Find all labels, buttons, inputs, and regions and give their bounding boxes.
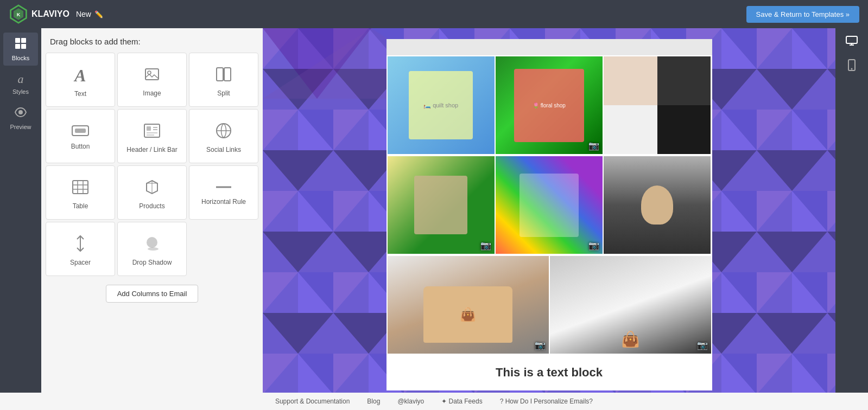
sidebar-item-preview[interactable]: Preview <box>3 101 38 134</box>
right-panel <box>835 28 868 410</box>
blocks-panel-header: Drag blocks to add them: <box>41 28 263 53</box>
logo: K KLAVIYO <box>9 4 69 24</box>
products-block-label: Products <box>139 202 164 210</box>
button-block-label: Button <box>71 143 90 150</box>
block-drop-shadow[interactable]: Drop Shadow <box>117 222 187 276</box>
document-name-area: New ✏️ <box>76 10 103 18</box>
social-block-icon <box>215 122 232 142</box>
sidebar-item-styles[interactable]: a Styles <box>3 68 38 99</box>
document-name: New <box>76 10 91 18</box>
styles-label: Styles <box>12 88 29 95</box>
photo-grid-row1: 🛏️ quilt shop 🌷 floral shop 📷 <box>387 55 712 155</box>
shadow-block-icon <box>143 235 161 254</box>
svg-rect-22 <box>73 181 88 194</box>
svg-rect-5 <box>15 44 20 49</box>
svg-text:K: K <box>17 12 21 17</box>
products-block-icon <box>143 178 161 198</box>
block-horizontal-rule[interactable]: Horizontal Rule <box>189 165 258 220</box>
icon-sidebar: Blocks a Styles Preview <box>0 28 41 410</box>
main-content: Blocks a Styles Preview Drag blocks to a… <box>0 28 868 410</box>
photo-cell-2: 🌷 floral shop 📷 <box>496 56 603 154</box>
blocks-label: Blocks <box>12 55 29 61</box>
email-preview: 🛏️ quilt shop 🌷 floral shop 📷 <box>387 39 712 390</box>
preview-label: Preview <box>10 124 31 130</box>
block-text[interactable]: A Text <box>46 53 115 107</box>
mobile-view-button[interactable] <box>845 56 859 77</box>
hr-block-label: Horizontal Rule <box>201 198 246 206</box>
svg-rect-8 <box>145 69 159 80</box>
svg-rect-6 <box>21 44 26 49</box>
instagram-icon-5: 📷 <box>588 240 599 251</box>
instagram-icon-8: 📷 <box>697 340 708 350</box>
photo-cell-6 <box>604 156 711 254</box>
brand-name: KLAVIYO <box>31 9 69 19</box>
svg-rect-4 <box>21 38 26 43</box>
svg-point-32 <box>147 237 157 248</box>
svg-rect-3 <box>15 38 20 43</box>
block-spacer[interactable]: Spacer <box>46 222 115 276</box>
email-header-strip <box>387 39 712 55</box>
svg-rect-15 <box>147 126 151 131</box>
svg-point-7 <box>18 110 23 114</box>
photo-cell-8: 👜 📷 <box>550 256 711 354</box>
svg-rect-13 <box>75 129 86 133</box>
instagram-icon-7: 📷 <box>535 340 546 350</box>
text-block-label: Text <box>74 90 86 98</box>
svg-rect-11 <box>224 68 231 81</box>
instagram-icon-2: 📷 <box>588 140 599 151</box>
image-block-label: Image <box>143 89 161 97</box>
svg-rect-10 <box>217 68 223 81</box>
block-header-link-bar[interactable]: Header / Link Bar <box>117 109 187 163</box>
spacer-block-label: Spacer <box>70 259 91 266</box>
blocks-panel: Drag blocks to add them: A Text Image <box>41 28 263 410</box>
desktop-view-button[interactable] <box>842 33 861 52</box>
svg-rect-42 <box>846 36 857 43</box>
save-return-button[interactable]: Save & Return to Templates » <box>746 6 859 23</box>
top-bar: K KLAVIYO New ✏️ Save & Return to Templa… <box>0 0 868 28</box>
text-block-preview: This is a text block <box>387 355 712 390</box>
edit-icon[interactable]: ✏️ <box>94 10 103 18</box>
split-block-label: Split <box>217 89 230 97</box>
block-social-links[interactable]: Social Links <box>189 109 258 163</box>
table-block-icon <box>72 178 89 198</box>
styles-icon: a <box>18 72 24 86</box>
photo-grid-row2: 📷 📷 <box>387 155 712 255</box>
block-image[interactable]: Image <box>117 53 187 107</box>
svg-point-47 <box>851 68 853 70</box>
add-columns-button[interactable]: Add Columns to Email <box>106 285 199 303</box>
sidebar-item-blocks[interactable]: Blocks <box>3 33 38 66</box>
header-block-icon <box>143 122 161 142</box>
block-button[interactable]: Button <box>46 109 115 163</box>
text-block-icon: A <box>74 66 86 86</box>
preview-icon <box>14 106 27 121</box>
text-block-content: This is a text block <box>496 366 603 379</box>
top-bar-left: K KLAVIYO New ✏️ <box>9 4 103 24</box>
photo-cell-7: 👜 📷 <box>388 256 549 354</box>
photo-cell-4: 📷 <box>388 156 495 254</box>
header-block-label: Header / Link Bar <box>126 146 177 153</box>
klaviyo-logo-icon: K <box>9 4 28 24</box>
drop-shadow-block-label: Drop Shadow <box>132 259 172 266</box>
block-split[interactable]: Split <box>189 53 258 107</box>
hr-block-icon <box>215 183 232 194</box>
canvas-area: 🛏️ quilt shop 🌷 floral shop 📷 <box>263 28 835 410</box>
block-table[interactable]: Table <box>46 165 115 220</box>
photo-cell-3 <box>604 56 711 154</box>
photo-cell-5: 📷 <box>496 156 603 254</box>
split-block-icon <box>215 66 232 85</box>
canvas-content: 🛏️ quilt shop 🌷 floral shop 📷 <box>263 28 835 401</box>
instagram-icon-4: 📷 <box>480 240 491 251</box>
spacer-block-icon <box>74 235 87 254</box>
block-products[interactable]: Products <box>117 165 187 220</box>
social-block-label: Social Links <box>206 146 241 153</box>
button-block-icon <box>72 125 89 138</box>
image-block-icon <box>143 66 161 85</box>
svg-point-33 <box>148 247 159 251</box>
table-block-label: Table <box>73 202 88 210</box>
photo-cell-1: 🛏️ quilt shop <box>388 56 495 154</box>
blocks-grid: A Text Image <box>41 53 263 276</box>
blocks-icon <box>14 37 27 53</box>
photo-grid-row3: 👜 📷 👜 📷 <box>387 255 712 355</box>
